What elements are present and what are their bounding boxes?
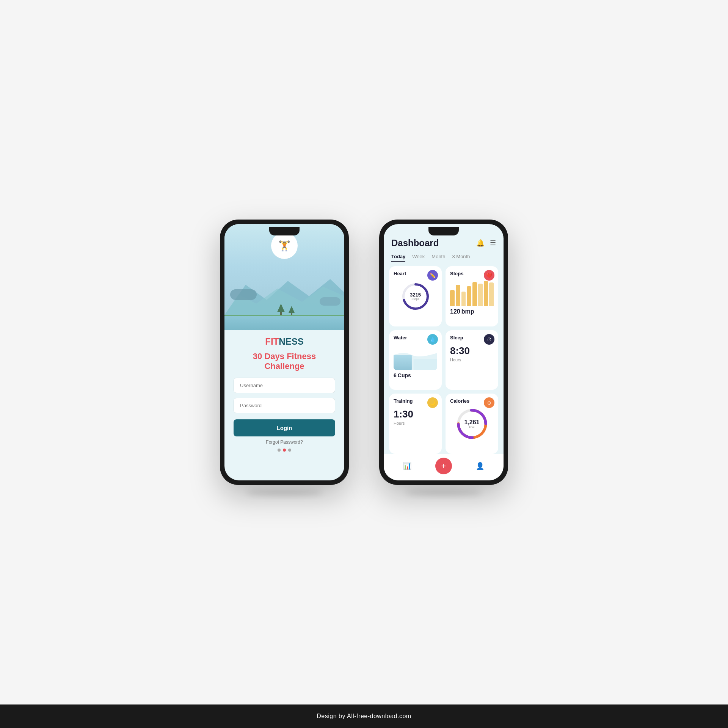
cards-grid: Heart ✏️ 3215 Steps	[384, 266, 504, 454]
bar-8	[489, 282, 494, 306]
water-svg	[394, 344, 437, 370]
water-badge: 💧	[427, 334, 438, 345]
footer: Design by All-free-download.com	[0, 704, 728, 728]
dashboard-phone: Dashboard 🔔 ☰ Today Week Month 3 Month	[379, 220, 508, 485]
dumbbell-icon: 🏋	[278, 240, 290, 252]
heart-card: Heart ✏️ 3215 Steps	[389, 266, 442, 326]
tabs-row: Today Week Month 3 Month	[384, 252, 504, 266]
steps-card: Steps ❤️ 120	[446, 266, 498, 326]
heart-circle: 3215 Steps	[400, 281, 431, 312]
bar-1	[450, 290, 455, 306]
login-form: Login	[224, 378, 344, 436]
main-container: 🏋	[0, 0, 728, 704]
heart-badge: ✏️	[427, 270, 438, 281]
sleep-time: 8:30	[450, 345, 494, 357]
tree-top-1	[277, 304, 285, 312]
water-chart	[394, 344, 437, 370]
notification-icon[interactable]: 🔔	[476, 239, 485, 247]
training-time: 1:30	[394, 408, 437, 420]
training-unit: Hours	[394, 421, 437, 425]
tab-today[interactable]: Today	[391, 254, 405, 262]
sleep-badge: ⏱	[484, 334, 494, 345]
nav-chart-icon[interactable]: 📊	[403, 462, 411, 470]
login-hero: 🏋	[224, 224, 344, 330]
steps-bar-chart	[450, 279, 494, 306]
calories-badge: ⊙	[484, 397, 494, 408]
heart-unit: Steps	[410, 297, 421, 301]
bar-6	[478, 284, 483, 306]
bar-7	[484, 281, 488, 306]
bottom-nav: 📊 + 👤	[384, 454, 504, 480]
tab-week[interactable]: Week	[412, 254, 425, 262]
tree-top-2	[289, 306, 295, 313]
username-input[interactable]	[234, 378, 335, 393]
heart-circle-container: 3215 Steps	[394, 279, 437, 314]
forgot-password-link[interactable]: Forgot Password?	[266, 439, 303, 445]
brand-ness: NESS	[279, 336, 303, 347]
sleep-unit: Hours	[450, 358, 494, 362]
training-badge: 🌙	[427, 397, 438, 408]
phone-notch-dashboard	[428, 227, 459, 235]
bar-3	[461, 292, 466, 306]
login-phone: 🏋	[220, 220, 349, 485]
bpm-unit: bmp	[461, 308, 474, 315]
sleep-card: Sleep ⏱ 8:30 Hours	[446, 330, 498, 390]
dumbbell-circle: 🏋	[271, 232, 298, 259]
calories-value: 1,261	[464, 419, 479, 425]
login-button[interactable]: Login	[234, 419, 335, 436]
password-input[interactable]	[234, 398, 335, 413]
tab-3month[interactable]: 3 Month	[452, 254, 470, 262]
calories-unit: kcal	[464, 425, 479, 429]
dot-2	[283, 449, 286, 452]
calories-card: Calories ⊙ 1,261	[446, 394, 498, 454]
calories-circle: 1,261 kcal	[455, 407, 489, 441]
cloud-left	[230, 289, 257, 300]
training-card: Training 🌙 1:30 Hours	[389, 394, 442, 454]
steps-bpm: 120 bmp	[450, 308, 494, 315]
cups-value: 6	[394, 372, 397, 378]
heart-circle-center: 3215 Steps	[410, 292, 421, 301]
ground-line	[224, 315, 344, 316]
landscape	[224, 262, 344, 330]
login-screen: 🏋	[224, 224, 344, 480]
dashboard-screen: Dashboard 🔔 ☰ Today Week Month 3 Month	[384, 224, 504, 480]
bar-5	[472, 282, 477, 306]
heart-value: 3215	[410, 292, 421, 297]
brand-fit: FIT	[265, 336, 279, 347]
footer-text: Design by All-free-download.com	[317, 713, 411, 719]
login-brand: FITNESS	[265, 330, 303, 351]
page-dots	[278, 449, 291, 452]
nav-profile-icon[interactable]: 👤	[476, 462, 484, 470]
bar-4	[467, 286, 471, 306]
dashboard-title: Dashboard	[391, 238, 439, 248]
water-card: Water 💧	[389, 330, 442, 390]
steps-badge: ❤️	[484, 270, 494, 281]
water-reflection	[224, 315, 344, 330]
dashboard-icons: 🔔 ☰	[476, 239, 496, 247]
menu-icon[interactable]: ☰	[490, 239, 496, 247]
bar-2	[456, 285, 460, 306]
bpm-value: 120	[450, 308, 460, 315]
trees	[277, 304, 295, 315]
challenge-title: 30 Days Fitness Challenge	[224, 351, 344, 378]
dot-1	[278, 449, 281, 452]
water-cups: 6 Cups	[394, 372, 437, 378]
cloud-right	[320, 297, 340, 306]
cups-unit: Cups	[398, 372, 411, 378]
calories-center: 1,261 kcal	[464, 419, 479, 429]
dot-3	[288, 449, 291, 452]
tab-month[interactable]: Month	[431, 254, 445, 262]
nav-add-button[interactable]: +	[435, 458, 452, 474]
phone-notch-login	[269, 227, 300, 235]
svg-rect-5	[414, 359, 437, 370]
